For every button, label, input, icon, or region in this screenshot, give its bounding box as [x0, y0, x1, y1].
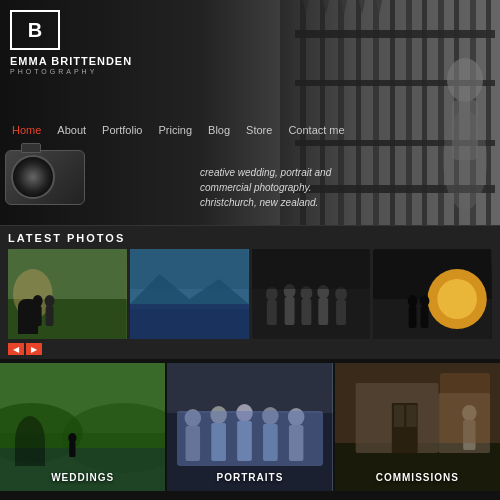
camera-top: [21, 143, 41, 153]
latest-photos-title: LATEST PHOTOS: [8, 232, 492, 244]
camera-body: [5, 150, 85, 205]
logo-letter: B: [28, 19, 42, 42]
camera-lens: [11, 155, 55, 199]
svg-rect-26: [8, 299, 127, 339]
svg-rect-47: [336, 300, 346, 325]
svg-rect-75: [289, 425, 303, 461]
category-portraits-label: PORTRAITS: [167, 472, 332, 483]
svg-point-74: [288, 408, 305, 426]
brand-sub: PHOTOGRAPHY: [10, 68, 132, 75]
svg-point-52: [438, 279, 478, 319]
svg-rect-85: [406, 405, 416, 427]
nav-item-portfolio[interactable]: Portfolio: [95, 120, 149, 140]
svg-point-66: [185, 409, 202, 427]
svg-rect-71: [238, 421, 252, 461]
svg-rect-78: [263, 424, 277, 461]
photo-thumb-4[interactable]: [373, 249, 492, 339]
nav-item-home[interactable]: Home: [5, 120, 48, 140]
logo-area: B EMMA BRITTENDEN PHOTOGRAPHY: [10, 10, 132, 75]
svg-rect-54: [409, 306, 417, 328]
category-weddings[interactable]: WEDDINGS: [0, 363, 165, 491]
svg-rect-67: [186, 426, 200, 461]
brand-name: EMMA BRITTENDEN: [10, 54, 132, 68]
svg-point-21: [447, 58, 483, 102]
svg-rect-84: [394, 405, 404, 427]
photo-thumb-2[interactable]: [130, 249, 249, 339]
nav-item-store[interactable]: Store: [239, 120, 279, 140]
svg-rect-87: [463, 420, 475, 450]
camera-image: [5, 150, 95, 215]
svg-point-23: [443, 110, 487, 210]
photo-nav-arrows: ◀ ▶: [8, 343, 492, 355]
nav-item-about[interactable]: About: [50, 120, 93, 140]
svg-rect-39: [266, 300, 276, 325]
svg-rect-77: [238, 421, 252, 461]
svg-point-46: [335, 287, 347, 301]
category-portraits[interactable]: PORTRAITS: [167, 363, 332, 491]
main-nav: Home About Portfolio Pricing Blog Store …: [5, 120, 352, 140]
photos-strip: [8, 249, 492, 339]
category-section: WEDDINGS PORTRAITS: [0, 363, 500, 491]
category-weddings-label: WEDDINGS: [0, 472, 165, 483]
svg-rect-61: [0, 448, 165, 491]
svg-point-72: [262, 407, 279, 425]
svg-rect-76: [212, 423, 226, 461]
svg-rect-31: [46, 306, 54, 326]
svg-point-86: [462, 405, 476, 421]
svg-point-55: [420, 295, 430, 307]
photo-thumb-1[interactable]: [8, 249, 127, 339]
nav-item-blog[interactable]: Blog: [201, 120, 237, 140]
tagline: creative wedding, portrait and commercia…: [200, 165, 340, 210]
svg-rect-56: [421, 306, 429, 328]
nav-item-contact[interactable]: Contact me: [281, 120, 351, 140]
svg-rect-48: [252, 249, 371, 289]
svg-point-53: [408, 295, 418, 307]
svg-rect-69: [212, 423, 226, 461]
photo-thumb-3[interactable]: [252, 249, 371, 339]
svg-rect-43: [301, 299, 311, 325]
svg-point-38: [265, 287, 277, 301]
header: B EMMA BRITTENDEN PHOTOGRAPHY Home About…: [0, 0, 500, 225]
logo-box: B: [10, 10, 60, 50]
next-arrow[interactable]: ▶: [26, 343, 42, 355]
svg-rect-73: [263, 424, 277, 461]
svg-rect-29: [34, 306, 42, 326]
svg-point-70: [237, 404, 254, 422]
svg-point-68: [211, 406, 228, 424]
nav-item-pricing[interactable]: Pricing: [151, 120, 199, 140]
svg-point-62: [68, 433, 76, 443]
category-commissions-label: COMMISSIONS: [335, 472, 500, 483]
latest-photos-section: LATEST PHOTOS: [0, 225, 500, 359]
svg-point-28: [33, 295, 43, 307]
svg-point-30: [45, 295, 55, 307]
svg-rect-63: [69, 442, 75, 457]
svg-rect-41: [284, 297, 294, 325]
prev-arrow[interactable]: ◀: [8, 343, 24, 355]
svg-rect-45: [318, 298, 328, 325]
svg-rect-36: [130, 304, 249, 339]
category-commissions[interactable]: COMMISSIONS: [335, 363, 500, 491]
